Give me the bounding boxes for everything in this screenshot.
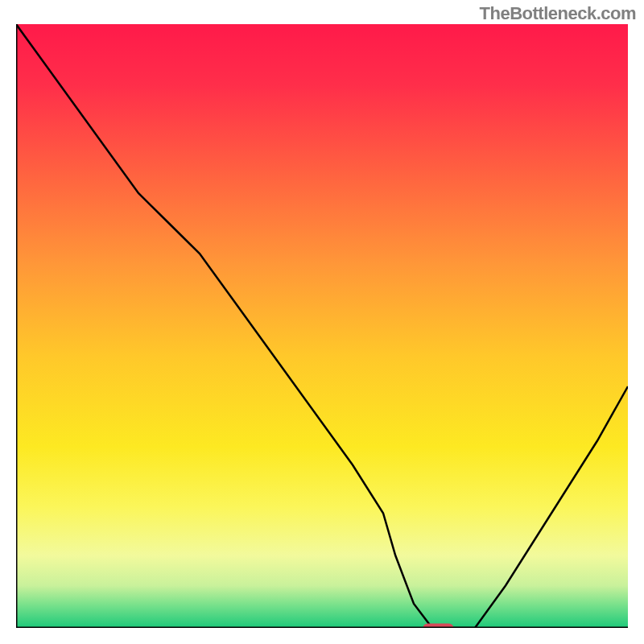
plot-area: [16, 24, 628, 628]
watermark-text: TheBottleneck.com: [480, 3, 636, 24]
chart-svg: [16, 24, 628, 628]
chart-container: TheBottleneck.com: [0, 0, 644, 644]
